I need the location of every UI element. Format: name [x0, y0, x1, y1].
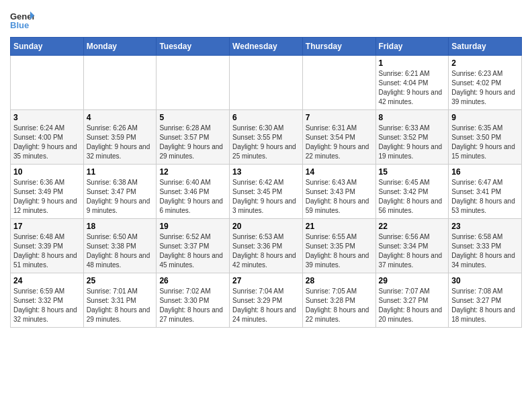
day-number: 28: [306, 276, 373, 285]
calendar-table: SundayMondayTuesdayWednesdayThursdayFrid…: [10, 37, 522, 328]
calendar-cell: 29Sunrise: 7:07 AM Sunset: 3:27 PM Dayli…: [375, 273, 449, 328]
day-info: Sunrise: 6:21 AM Sunset: 4:04 PM Dayligh…: [379, 69, 446, 107]
day-number: 29: [379, 276, 446, 285]
day-number: 5: [159, 113, 226, 122]
day-number: 26: [159, 276, 226, 285]
calendar-cell: 3Sunrise: 6:24 AM Sunset: 4:00 PM Daylig…: [11, 110, 84, 165]
day-number: 18: [87, 222, 154, 231]
calendar-cell: [230, 56, 303, 110]
calendar-cell: [157, 56, 230, 110]
day-info: Sunrise: 6:23 AM Sunset: 4:02 PM Dayligh…: [451, 69, 519, 107]
day-info: Sunrise: 6:26 AM Sunset: 3:59 PM Dayligh…: [87, 124, 154, 161]
day-number: 19: [159, 222, 226, 231]
day-info: Sunrise: 6:55 AM Sunset: 3:35 PM Dayligh…: [306, 232, 373, 270]
calendar-cell: 1Sunrise: 6:21 AM Sunset: 4:04 PM Daylig…: [375, 56, 449, 110]
column-header-thursday: Thursday: [302, 38, 375, 56]
day-info: Sunrise: 6:28 AM Sunset: 3:57 PM Dayligh…: [159, 124, 226, 161]
day-number: 2: [451, 58, 519, 68]
day-number: 6: [232, 113, 300, 122]
day-number: 16: [451, 167, 519, 177]
logo-icon: General Blue: [10, 10, 34, 30]
calendar-cell: [11, 56, 84, 110]
day-number: 23: [451, 222, 519, 231]
day-info: Sunrise: 6:42 AM Sunset: 3:45 PM Dayligh…: [232, 178, 300, 216]
day-info: Sunrise: 6:53 AM Sunset: 3:36 PM Dayligh…: [232, 232, 300, 270]
calendar-cell: 23Sunrise: 6:58 AM Sunset: 3:33 PM Dayli…: [449, 219, 522, 273]
calendar-cell: 28Sunrise: 7:05 AM Sunset: 3:28 PM Dayli…: [302, 273, 375, 328]
day-number: 9: [451, 113, 519, 122]
day-info: Sunrise: 6:43 AM Sunset: 3:43 PM Dayligh…: [306, 178, 373, 216]
calendar-header-row: SundayMondayTuesdayWednesdayThursdayFrid…: [11, 38, 522, 56]
day-info: Sunrise: 7:02 AM Sunset: 3:30 PM Dayligh…: [159, 287, 226, 324]
column-header-saturday: Saturday: [449, 38, 522, 56]
day-info: Sunrise: 7:04 AM Sunset: 3:29 PM Dayligh…: [232, 287, 300, 324]
calendar-cell: [83, 56, 157, 110]
day-number: 21: [306, 222, 373, 231]
calendar-week-3: 10Sunrise: 6:36 AM Sunset: 3:49 PM Dayli…: [11, 165, 522, 219]
day-info: Sunrise: 6:38 AM Sunset: 3:47 PM Dayligh…: [87, 178, 154, 216]
calendar-week-4: 17Sunrise: 6:48 AM Sunset: 3:39 PM Dayli…: [11, 219, 522, 273]
day-number: 30: [451, 276, 519, 285]
page-header: General Blue: [10, 10, 522, 30]
day-info: Sunrise: 6:36 AM Sunset: 3:49 PM Dayligh…: [13, 178, 81, 216]
calendar-cell: 22Sunrise: 6:56 AM Sunset: 3:34 PM Dayli…: [375, 219, 449, 273]
day-number: 4: [87, 113, 154, 122]
calendar-cell: 7Sunrise: 6:31 AM Sunset: 3:54 PM Daylig…: [302, 110, 375, 165]
day-number: 3: [13, 113, 81, 122]
calendar-cell: 25Sunrise: 7:01 AM Sunset: 3:31 PM Dayli…: [83, 273, 157, 328]
day-info: Sunrise: 6:45 AM Sunset: 3:42 PM Dayligh…: [379, 178, 446, 216]
day-number: 12: [159, 167, 226, 177]
column-header-tuesday: Tuesday: [157, 38, 230, 56]
day-number: 1: [379, 58, 446, 68]
day-number: 13: [232, 167, 300, 177]
day-number: 15: [379, 167, 446, 177]
day-info: Sunrise: 6:50 AM Sunset: 3:38 PM Dayligh…: [87, 232, 154, 270]
day-info: Sunrise: 6:48 AM Sunset: 3:39 PM Dayligh…: [13, 232, 81, 270]
day-number: 27: [232, 276, 300, 285]
day-info: Sunrise: 6:24 AM Sunset: 4:00 PM Dayligh…: [13, 124, 81, 161]
day-info: Sunrise: 6:47 AM Sunset: 3:41 PM Dayligh…: [451, 178, 519, 216]
day-number: 22: [379, 222, 446, 231]
calendar-cell: 9Sunrise: 6:35 AM Sunset: 3:50 PM Daylig…: [449, 110, 522, 165]
calendar-cell: 18Sunrise: 6:50 AM Sunset: 3:38 PM Dayli…: [83, 219, 157, 273]
day-number: 17: [13, 222, 81, 231]
day-number: 8: [379, 113, 446, 122]
calendar-cell: 27Sunrise: 7:04 AM Sunset: 3:29 PM Dayli…: [230, 273, 303, 328]
calendar-week-2: 3Sunrise: 6:24 AM Sunset: 4:00 PM Daylig…: [11, 110, 522, 165]
column-header-sunday: Sunday: [11, 38, 84, 56]
calendar-cell: 4Sunrise: 6:26 AM Sunset: 3:59 PM Daylig…: [83, 110, 157, 165]
calendar-week-1: 1Sunrise: 6:21 AM Sunset: 4:04 PM Daylig…: [11, 56, 522, 110]
column-header-wednesday: Wednesday: [230, 38, 303, 56]
day-info: Sunrise: 7:01 AM Sunset: 3:31 PM Dayligh…: [87, 287, 154, 324]
day-number: 20: [232, 222, 300, 231]
calendar-cell: 8Sunrise: 6:33 AM Sunset: 3:52 PM Daylig…: [375, 110, 449, 165]
calendar-cell: 6Sunrise: 6:30 AM Sunset: 3:55 PM Daylig…: [230, 110, 303, 165]
day-number: 14: [306, 167, 373, 177]
day-info: Sunrise: 6:59 AM Sunset: 3:32 PM Dayligh…: [13, 287, 81, 324]
day-number: 11: [87, 167, 154, 177]
calendar-cell: 16Sunrise: 6:47 AM Sunset: 3:41 PM Dayli…: [449, 165, 522, 219]
calendar-week-5: 24Sunrise: 6:59 AM Sunset: 3:32 PM Dayli…: [11, 273, 522, 328]
calendar-cell: 12Sunrise: 6:40 AM Sunset: 3:46 PM Dayli…: [157, 165, 230, 219]
calendar-cell: 17Sunrise: 6:48 AM Sunset: 3:39 PM Dayli…: [11, 219, 84, 273]
column-header-monday: Monday: [83, 38, 157, 56]
day-number: 25: [87, 276, 154, 285]
day-info: Sunrise: 6:40 AM Sunset: 3:46 PM Dayligh…: [159, 178, 226, 216]
day-number: 24: [13, 276, 81, 285]
calendar-cell: 2Sunrise: 6:23 AM Sunset: 4:02 PM Daylig…: [449, 56, 522, 110]
day-info: Sunrise: 7:08 AM Sunset: 3:27 PM Dayligh…: [451, 287, 519, 324]
calendar-cell: 14Sunrise: 6:43 AM Sunset: 3:43 PM Dayli…: [302, 165, 375, 219]
calendar-cell: 20Sunrise: 6:53 AM Sunset: 3:36 PM Dayli…: [230, 219, 303, 273]
day-info: Sunrise: 6:31 AM Sunset: 3:54 PM Dayligh…: [306, 124, 373, 161]
calendar-cell: 5Sunrise: 6:28 AM Sunset: 3:57 PM Daylig…: [157, 110, 230, 165]
svg-text:Blue: Blue: [10, 20, 29, 30]
calendar-cell: 30Sunrise: 7:08 AM Sunset: 3:27 PM Dayli…: [449, 273, 522, 328]
day-info: Sunrise: 6:33 AM Sunset: 3:52 PM Dayligh…: [379, 124, 446, 161]
day-info: Sunrise: 6:30 AM Sunset: 3:55 PM Dayligh…: [232, 124, 300, 161]
column-header-friday: Friday: [375, 38, 449, 56]
calendar-cell: [302, 56, 375, 110]
day-info: Sunrise: 7:05 AM Sunset: 3:28 PM Dayligh…: [306, 287, 373, 324]
day-info: Sunrise: 6:52 AM Sunset: 3:37 PM Dayligh…: [159, 232, 226, 270]
day-number: 10: [13, 167, 81, 177]
day-info: Sunrise: 6:56 AM Sunset: 3:34 PM Dayligh…: [379, 232, 446, 270]
